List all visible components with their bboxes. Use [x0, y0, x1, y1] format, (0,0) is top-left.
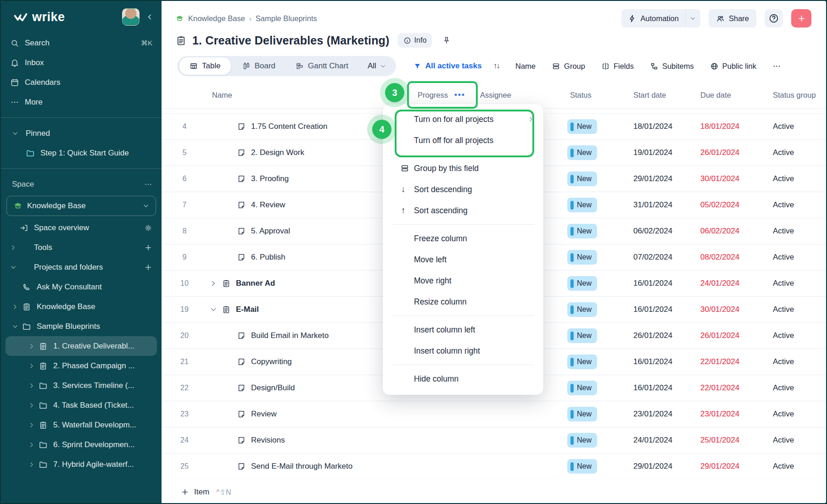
view-tab[interactable]: Gantt Chart	[285, 56, 358, 76]
chevron-right-icon[interactable]	[28, 442, 35, 448]
view-tab[interactable]: Board	[232, 56, 285, 76]
menu-item[interactable]: Turn on for all projects	[383, 109, 543, 130]
task-name-cell[interactable]: Build Email in Marketo	[219, 331, 410, 340]
task-name-cell[interactable]: Revisions	[219, 436, 410, 445]
status-badge[interactable]: New	[567, 381, 597, 395]
start-date[interactable]: 24/01/2024	[630, 436, 697, 445]
column-header-start-date[interactable]: Start date	[630, 91, 697, 100]
toolbar-action[interactable]: Group	[548, 62, 585, 71]
task-name-cell[interactable]: Review	[219, 410, 410, 419]
chevron-right-icon[interactable]	[12, 304, 18, 310]
task-name-cell[interactable]: 5. Approval	[219, 227, 410, 236]
filter-button[interactable]: All active tasks	[414, 61, 482, 71]
due-date[interactable]: 23/01/2024	[697, 410, 764, 419]
chevron-right-icon[interactable]	[28, 402, 35, 409]
sidebar-tree-item[interactable]: 1. Creative Deliverabl...	[6, 336, 157, 356]
start-date[interactable]: 29/01/2024	[630, 174, 697, 183]
start-date[interactable]: 29/01/2024	[630, 462, 697, 471]
sidebar-space-item[interactable]: Space overview	[1, 218, 162, 238]
chevron-down-icon[interactable]	[12, 323, 18, 330]
due-date[interactable]: 18/01/2024	[697, 122, 764, 131]
menu-item[interactable]	[393, 154, 534, 155]
status-cell[interactable]: New	[564, 276, 630, 291]
status-cell[interactable]: New	[564, 250, 630, 265]
task-name-cell[interactable]: Design/Build	[219, 383, 410, 393]
plus-icon[interactable]	[144, 244, 152, 252]
toolbar-action[interactable]: Fields	[598, 62, 634, 71]
due-date[interactable]: 30/01/2024	[697, 174, 764, 183]
status-badge[interactable]: New	[567, 198, 597, 212]
due-date[interactable]: 22/01/2024	[697, 383, 764, 393]
sidebar-tree-item[interactable]: 2. Phased Campaign ...	[1, 356, 162, 376]
task-name-cell[interactable]: 3. Proofing	[219, 174, 410, 183]
due-date[interactable]: 29/01/2024	[697, 462, 764, 471]
sidebar-tree-item[interactable]: Sample Blueprints	[1, 316, 162, 336]
task-name-cell[interactable]: 1.75 Content Creation	[219, 122, 410, 131]
task-name-cell[interactable]: Copywriting	[219, 357, 410, 366]
due-date[interactable]: 22/01/2024	[697, 357, 764, 366]
chevron-right-icon[interactable]	[28, 461, 35, 468]
pinned-section-header[interactable]: Pinned	[1, 123, 162, 143]
info-button[interactable]: Info	[398, 33, 432, 48]
start-date[interactable]: 16/01/2024	[630, 305, 697, 314]
due-date[interactable]: 26/01/2024	[697, 331, 764, 340]
chevron-right-icon[interactable]	[28, 422, 35, 428]
menu-item[interactable]: Insert column left	[383, 319, 543, 340]
pin-icon[interactable]	[442, 36, 451, 45]
view-tab[interactable]: Table	[179, 57, 231, 75]
menu-item[interactable]	[393, 365, 534, 365]
status-cell[interactable]: New	[564, 433, 630, 448]
share-button[interactable]: Share	[709, 9, 756, 28]
sidebar-nav-item[interactable]: Inbox	[1, 53, 162, 72]
start-date[interactable]: 16/01/2024	[630, 383, 697, 393]
plus-icon[interactable]	[144, 263, 152, 271]
automation-dropdown[interactable]	[686, 9, 700, 28]
task-name-cell[interactable]: Banner Ad	[219, 279, 410, 288]
chevron-down-icon[interactable]	[210, 306, 217, 313]
task-name-cell[interactable]: 4. Review	[219, 200, 410, 210]
toolbar-action[interactable]	[769, 62, 785, 71]
column-header-status-group[interactable]: Status group	[764, 91, 826, 100]
sidebar-tree-item[interactable]: 4. Task Based (Ticket...	[1, 395, 162, 415]
status-badge[interactable]: New	[567, 407, 597, 421]
column-header-name[interactable]: Name	[207, 91, 410, 100]
sidebar-tree-item[interactable]: 5. Waterfall Developm...	[1, 415, 162, 435]
start-date[interactable]: 18/01/2024	[630, 122, 697, 131]
sidebar-nav-item[interactable]: Search ⌘K	[1, 33, 162, 53]
toolbar-action[interactable]: ↑↓ Name	[493, 61, 536, 71]
menu-item[interactable]: Move right	[383, 270, 543, 291]
due-date[interactable]: 24/01/2024	[697, 279, 764, 288]
column-header-assignee[interactable]: Assignee	[477, 91, 564, 100]
menu-item[interactable]: Turn off for all projects	[383, 130, 543, 151]
start-date[interactable]: 16/01/2024	[630, 279, 697, 288]
gear-icon[interactable]	[144, 224, 152, 232]
sidebar-tree-item[interactable]: Ask My Consultant	[1, 277, 162, 297]
sidebar-nav-item[interactable]: More	[1, 92, 162, 112]
start-date[interactable]: 23/01/2024	[630, 410, 697, 419]
menu-item[interactable]: ↑ Sort ascending	[383, 200, 543, 221]
menu-item[interactable]	[393, 224, 534, 225]
task-name-cell[interactable]: E-Mail	[219, 305, 410, 314]
status-cell[interactable]: New	[564, 302, 630, 317]
sidebar-tree-item[interactable]: 7. Hybrid Agile-waterf...	[1, 454, 162, 474]
status-badge[interactable]: New	[567, 172, 597, 186]
avatar[interactable]	[122, 8, 140, 26]
sidebar-space-item[interactable]: Projects and folders	[1, 257, 162, 277]
start-date[interactable]: 31/01/2024	[630, 200, 697, 210]
status-badge[interactable]: New	[567, 145, 597, 160]
create-button[interactable]	[791, 9, 811, 28]
dots-icon[interactable]	[144, 180, 152, 188]
breadcrumb-space[interactable]: Knowledge Base	[188, 14, 245, 23]
column-header-status[interactable]: Status	[564, 91, 630, 100]
chevron-right-icon[interactable]	[28, 382, 35, 389]
status-badge[interactable]: New	[567, 328, 597, 343]
status-badge[interactable]: New	[567, 354, 597, 369]
menu-item[interactable]: Freeze column	[383, 228, 543, 249]
menu-item[interactable]: ↓ Sort descending	[383, 179, 543, 200]
column-menu-dots-icon[interactable]: •••	[454, 90, 465, 100]
column-header-due-date[interactable]: Due date	[697, 91, 764, 100]
due-date[interactable]: 26/01/2024	[697, 148, 764, 157]
task-name-cell[interactable]: Send E-Mail through Marketo	[219, 462, 410, 471]
breadcrumb-folder[interactable]: Sample Blueprints	[256, 14, 317, 23]
add-item-button[interactable]: Item ^⇧N	[181, 487, 231, 497]
